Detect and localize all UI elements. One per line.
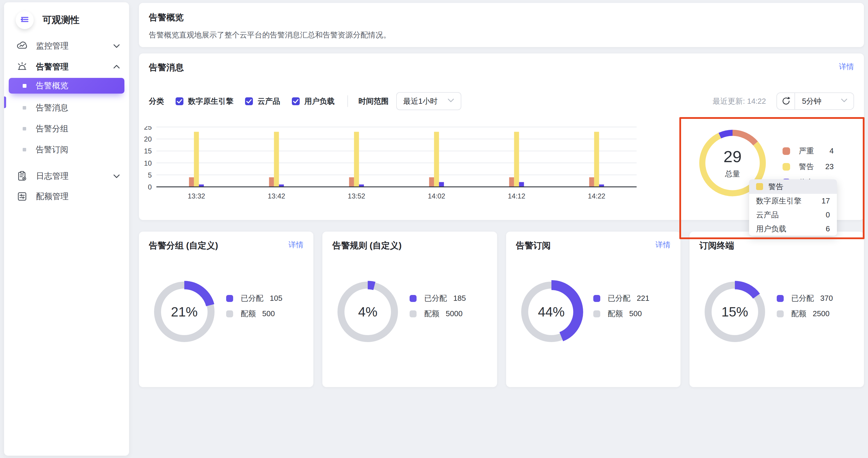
quota-legend: 已分配 185 配额 5000 xyxy=(410,293,466,324)
alert-messages-card: 告警消息 详情 分类 数字原生引擎 云产品 xyxy=(139,54,864,220)
time-range-label: 时间范围 xyxy=(359,96,389,106)
sidebar-item-label: 监控管理 xyxy=(36,40,69,52)
bullet-icon xyxy=(23,148,26,152)
sidebar-header: 可观测性 xyxy=(4,2,129,30)
tooltip-row: 云产品0 xyxy=(749,208,837,222)
quota-swatch-icon xyxy=(226,310,233,317)
bullet-icon xyxy=(23,84,27,88)
quota-swatch-icon xyxy=(777,310,784,317)
quota-swatch-icon xyxy=(593,310,600,317)
quota-donut-chart[interactable] xyxy=(703,280,767,344)
alert-overview-page: 可观测性 监控管理 xyxy=(0,0,868,458)
log-icon xyxy=(16,170,29,183)
card-title: 订阅终端 xyxy=(700,240,734,252)
quota-donut-chart[interactable] xyxy=(336,280,400,344)
checkbox-digital-native-engine[interactable]: 数字原生引擎 xyxy=(176,96,234,106)
checkbox-user-workloads[interactable]: 用户负载 xyxy=(292,96,335,106)
legend-item-allocated: 已分配 370 xyxy=(777,293,833,303)
svg-text:14:02: 14:02 xyxy=(428,192,445,200)
category-filter-label: 分类 xyxy=(149,96,164,106)
chevron-down-icon xyxy=(112,173,121,179)
card-title: 告警分组 (自定义) xyxy=(149,240,218,252)
collapse-menu-button[interactable] xyxy=(16,11,34,29)
checkbox-label: 用户负载 xyxy=(304,96,335,106)
svg-text:5: 5 xyxy=(148,171,152,179)
legend-item-quota: 配额 2500 xyxy=(777,308,833,319)
legend-item-warning: 警告 23 xyxy=(782,162,834,172)
quota-cards-row: 告警分组 (自定义) 详情 21% 已分配 105 配额 500 xyxy=(139,232,864,387)
sidebar-item-label: 告警消息 xyxy=(36,102,68,113)
legend-item-allocated: 已分配 185 xyxy=(410,293,466,303)
critical-swatch-icon xyxy=(782,148,790,155)
sidebar-item-label: 告警分组 xyxy=(36,123,68,134)
warning-swatch-icon xyxy=(782,163,790,171)
quota-donut-chart[interactable] xyxy=(520,280,583,344)
allocated-swatch-icon xyxy=(777,295,784,302)
svg-text:20: 20 xyxy=(144,135,152,143)
refresh-control: 5分钟 xyxy=(776,92,854,110)
alert-groups-quota-card: 告警分组 (自定义) 详情 21% 已分配 105 配额 500 xyxy=(139,232,313,387)
legend-item-quota: 配额 500 xyxy=(593,308,649,319)
chevron-down-icon xyxy=(841,98,848,104)
filter-row: 分类 数字原生引擎 云产品 用户负载 xyxy=(149,92,854,110)
warning-swatch-icon xyxy=(756,183,763,190)
allocated-swatch-icon xyxy=(593,295,600,302)
alert-subscriptions-quota-card: 告警订阅 详情 44% 已分配 221 配额 500 xyxy=(506,232,681,387)
sidebar-item-alert-subscriptions[interactable]: 告警订阅 xyxy=(4,143,129,156)
chart-tooltip: 警告 数字原生引擎17 云产品0 用户负载6 xyxy=(749,179,837,236)
checkbox-checked-icon xyxy=(176,97,183,105)
checkbox-checked-icon xyxy=(245,97,253,105)
refresh-icon xyxy=(781,96,791,107)
sidebar-item-alert-management[interactable]: 告警管理 xyxy=(4,59,129,75)
svg-text:14:22: 14:22 xyxy=(588,192,605,200)
sidebar-item-monitoring[interactable]: 监控管理 xyxy=(4,38,129,54)
checkbox-cloud-products[interactable]: 云产品 xyxy=(245,96,280,106)
sidebar-item-alert-overview[interactable]: 告警概览 xyxy=(9,78,124,94)
svg-text:14:12: 14:12 xyxy=(508,192,525,200)
alert-messages-details-link[interactable]: 详情 xyxy=(839,62,854,72)
allocated-swatch-icon xyxy=(226,295,233,302)
svg-text:25: 25 xyxy=(144,126,152,131)
legend-item-critical: 严重 4 xyxy=(782,146,834,156)
sidebar-nav: 监控管理 告警管理 xyxy=(4,38,129,205)
overview-header-card: 告警概览 告警概览直观地展示了整个云平台的告警消息汇总和告警资源分配情况。 xyxy=(139,3,864,47)
tooltip-row: 用户负载6 xyxy=(749,222,837,236)
alert-messages-title: 告警消息 xyxy=(149,62,184,73)
quota-legend: 已分配 221 配额 500 xyxy=(593,293,649,324)
sidebar-item-log-management[interactable]: 日志管理 xyxy=(4,168,129,184)
sidebar-item-alert-messages[interactable]: 告警消息 xyxy=(4,101,129,115)
sidebar-item-label: 告警订阅 xyxy=(36,144,68,155)
alarm-icon xyxy=(16,60,29,73)
quota-legend: 已分配 105 配额 500 xyxy=(226,293,282,324)
main-content: 告警概览 告警概览直观地展示了整个云平台的告警消息汇总和告警资源分配情况。 告警… xyxy=(139,0,864,387)
chevron-up-icon xyxy=(112,64,121,70)
legend-item-quota: 配额 500 xyxy=(226,308,282,319)
menu-icon xyxy=(19,14,31,27)
time-range-select[interactable]: 最近1小时 xyxy=(396,92,461,110)
checkbox-checked-icon xyxy=(292,97,300,105)
legend-item-allocated: 已分配 221 xyxy=(593,293,649,303)
legend-item-allocated: 已分配 105 xyxy=(226,293,282,303)
vertical-divider xyxy=(347,95,348,107)
svg-text:13:52: 13:52 xyxy=(348,192,365,200)
page-title: 告警概览 xyxy=(149,12,854,24)
card-title: 告警订阅 xyxy=(516,240,551,252)
tooltip-header: 警告 xyxy=(749,179,837,194)
refresh-interval-select[interactable]: 5分钟 xyxy=(795,93,854,109)
bullet-icon xyxy=(23,127,26,130)
sidebar-item-label: 告警管理 xyxy=(36,61,69,72)
alert-groups-details-link[interactable]: 详情 xyxy=(288,240,304,250)
alert-bar-chart[interactable]: 051015202513:3213:4213:5214:0214:1214:22 xyxy=(139,126,685,213)
quota-icon xyxy=(16,190,29,203)
checkbox-label: 云产品 xyxy=(257,96,280,106)
chevron-down-icon xyxy=(447,98,454,104)
svg-text:0: 0 xyxy=(148,183,152,191)
svg-text:10: 10 xyxy=(144,159,152,167)
sidebar-item-alert-groups[interactable]: 告警分组 xyxy=(4,122,129,135)
alert-subscriptions-details-link[interactable]: 详情 xyxy=(655,240,671,250)
quota-donut-chart[interactable] xyxy=(152,280,216,344)
last-update-text: 最近更新: 14:22 xyxy=(712,96,766,106)
refresh-button[interactable] xyxy=(777,93,795,109)
sidebar-item-quota-management[interactable]: 配额管理 xyxy=(4,188,129,205)
sidebar-item-label: 告警概览 xyxy=(36,80,68,91)
